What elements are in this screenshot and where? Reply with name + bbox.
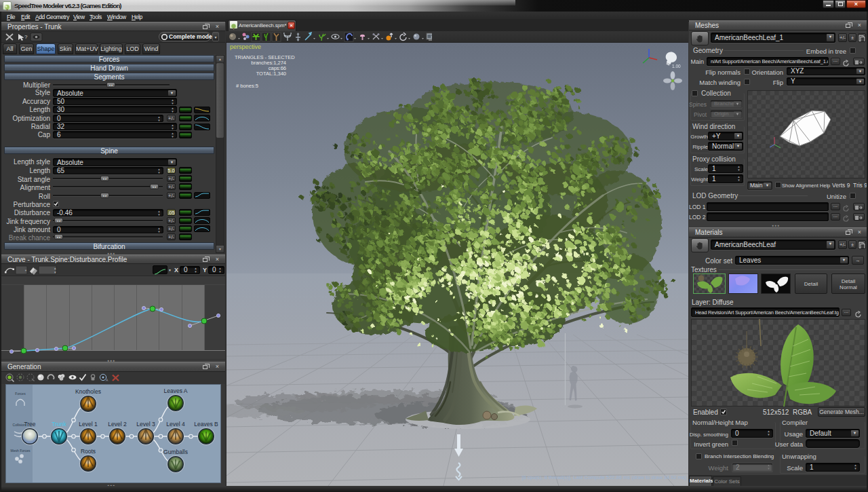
- svg-text:▼: ▼: [54, 271, 56, 274]
- svg-text:Leaves B: Leaves B: [194, 421, 218, 428]
- svg-text:▲: ▲: [54, 267, 56, 270]
- svg-text:Mesh Forces: Mesh Forces: [11, 449, 31, 453]
- svg-text:Level 3: Level 3: [136, 421, 155, 428]
- svg-text:?: ?: [24, 34, 28, 40]
- svg-text:Level 4: Level 4: [166, 421, 185, 428]
- svg-text:A: A: [106, 378, 108, 382]
- svg-text:Level 2: Level 2: [108, 421, 127, 428]
- svg-text:Trunk: Trunk: [52, 421, 66, 428]
- svg-text:Leaves A: Leaves A: [164, 387, 188, 394]
- svg-text:▼: ▼: [24, 269, 27, 272]
- svg-text:Forces: Forces: [15, 392, 26, 396]
- svg-text:Gumballs: Gumballs: [163, 449, 188, 455]
- svg-text:Roots: Roots: [81, 448, 96, 455]
- svg-text:Knotholes: Knotholes: [75, 388, 101, 395]
- svg-text:Tree: Tree: [24, 421, 35, 428]
- svg-text:1.00: 1.00: [672, 64, 681, 69]
- svg-text:Level 1: Level 1: [79, 421, 98, 428]
